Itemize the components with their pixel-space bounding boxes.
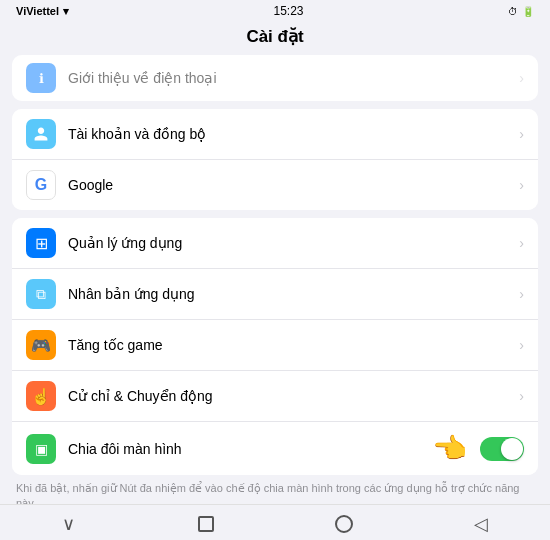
item-label: Google bbox=[68, 177, 519, 193]
list-item[interactable]: ℹ Giới thiệu về điện thoại › bbox=[12, 55, 538, 101]
chevron-down-icon: ∨ bbox=[62, 513, 75, 535]
item-label: Quản lý ứng dụng bbox=[68, 235, 519, 251]
chevron-icon: › bbox=[519, 286, 524, 302]
item-label: Giới thiệu về điện thoại bbox=[68, 70, 519, 86]
time-display: 15:23 bbox=[273, 4, 303, 18]
hand-gesture-icon: 👉 bbox=[433, 432, 468, 465]
list-item[interactable]: ⊞ Quản lý ứng dụng › bbox=[12, 218, 538, 269]
status-bar: ViViettel ▾ 15:23 ⏱ 🔋 bbox=[0, 0, 550, 22]
page-header: Cài đặt bbox=[0, 22, 550, 55]
item-icon: ▣ bbox=[26, 434, 56, 464]
status-icons: ⏱ 🔋 bbox=[508, 6, 534, 17]
list-item[interactable]: Tài khoản và đồng bộ › bbox=[12, 109, 538, 160]
page-title: Cài đặt bbox=[246, 27, 303, 46]
item-icon: 🎮 bbox=[26, 330, 56, 360]
nav-back-button[interactable]: ∨ bbox=[44, 513, 94, 535]
item-label: Chia đôi màn hình bbox=[68, 441, 433, 457]
list-item-chia-doi[interactable]: ▣ Chia đôi màn hình 👉 bbox=[12, 422, 538, 475]
alarm-icon: ⏱ bbox=[508, 6, 518, 17]
wifi-icon: ▾ bbox=[63, 5, 69, 18]
settings-group-3: ⊞ Quản lý ứng dụng › ⧉ Nhân bản ứng dụng… bbox=[12, 218, 538, 475]
return-icon: ◁ bbox=[474, 513, 488, 535]
chevron-icon: › bbox=[519, 70, 524, 86]
settings-group-2: Tài khoản và đồng bộ › G Google › bbox=[12, 109, 538, 210]
item-icon: ⊞ bbox=[26, 228, 56, 258]
chevron-icon: › bbox=[519, 235, 524, 251]
chevron-icon: › bbox=[519, 337, 524, 353]
nav-recents-button[interactable] bbox=[181, 516, 231, 532]
settings-group-1: ℹ Giới thiệu về điện thoại › bbox=[12, 55, 538, 101]
item-label: Nhân bản ứng dụng bbox=[68, 286, 519, 302]
square-icon bbox=[198, 516, 214, 532]
chevron-icon: › bbox=[519, 388, 524, 404]
bottom-navigation: ∨ ◁ bbox=[0, 504, 550, 540]
battery-icon: 🔋 bbox=[522, 6, 534, 17]
circle-icon bbox=[335, 515, 353, 533]
item-icon: ☝ bbox=[26, 381, 56, 411]
nav-home-button[interactable] bbox=[319, 515, 369, 533]
list-item[interactable]: ⧉ Nhân bản ứng dụng › bbox=[12, 269, 538, 320]
item-icon: ⧉ bbox=[26, 279, 56, 309]
toggle-knob bbox=[501, 438, 523, 460]
carrier-text: ViViettel bbox=[16, 5, 59, 17]
item-icon bbox=[26, 119, 56, 149]
list-item[interactable]: G Google › bbox=[12, 160, 538, 210]
nav-return-button[interactable]: ◁ bbox=[456, 513, 506, 535]
chevron-icon: › bbox=[519, 126, 524, 142]
settings-container: ℹ Giới thiệu về điện thoại › Tài khoản v… bbox=[0, 55, 550, 540]
item-label: Tăng tốc game bbox=[68, 337, 519, 353]
item-icon: ℹ bbox=[26, 63, 56, 93]
chevron-icon: › bbox=[519, 177, 524, 193]
list-item-tang-toc[interactable]: 🎮 Tăng tốc game › bbox=[12, 320, 538, 371]
split-screen-toggle[interactable] bbox=[480, 437, 524, 461]
item-label: Tài khoản và đồng bộ bbox=[68, 126, 519, 142]
item-icon: G bbox=[26, 170, 56, 200]
carrier-wifi: ViViettel ▾ bbox=[16, 5, 69, 18]
list-item-cu-chi[interactable]: ☝ Cử chỉ & Chuyển động › bbox=[12, 371, 538, 422]
item-label: Cử chỉ & Chuyển động bbox=[68, 388, 519, 404]
google-logo: G bbox=[35, 176, 47, 194]
